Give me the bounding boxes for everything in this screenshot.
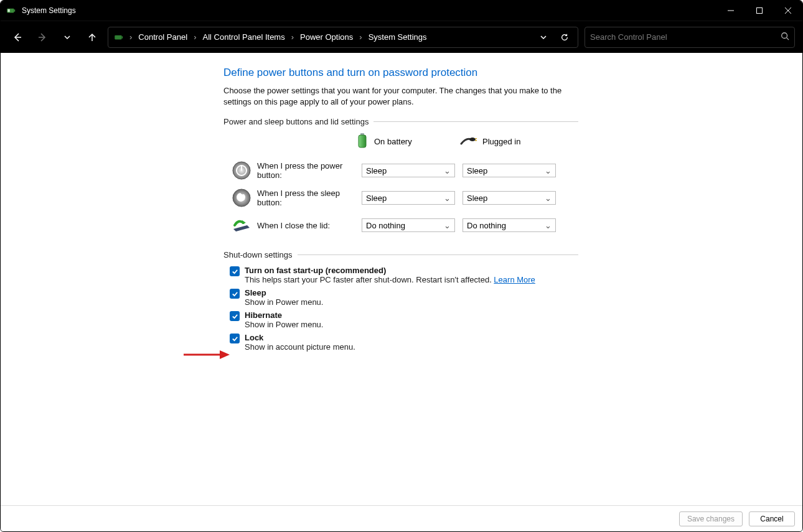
back-button[interactable] xyxy=(8,28,27,47)
checkbox-icon xyxy=(230,266,240,276)
row-label: When I close the lid: xyxy=(257,221,362,230)
svg-rect-2 xyxy=(7,9,9,12)
content-area: Define power buttons and turn on passwor… xyxy=(1,53,802,505)
chevron-right-icon[interactable]: › xyxy=(290,32,295,42)
control-panel-icon xyxy=(113,32,124,43)
battery-icon xyxy=(355,133,369,151)
checkbox-label: Turn on fast start-up (recommended) xyxy=(245,266,535,275)
section-power-buttons-label: Power and sleep buttons and lid settings xyxy=(223,117,578,126)
row-close-lid: When I close the lid: Do nothing ⌄ Do no… xyxy=(230,212,578,239)
select-lid-plugged[interactable]: Do nothing ⌄ xyxy=(463,218,556,232)
select-lid-battery[interactable]: Do nothing ⌄ xyxy=(362,218,455,232)
checkbox-fast-startup[interactable]: Turn on fast start-up (recommended) This… xyxy=(230,266,578,284)
search-input[interactable] xyxy=(590,32,781,42)
search-box[interactable] xyxy=(585,27,795,48)
breadcrumb-all-items[interactable]: All Control Panel Items xyxy=(200,31,287,43)
checkbox-description: Show in account picture menu. xyxy=(245,342,355,352)
checkbox-description: This helps start your PC faster after sh… xyxy=(245,275,494,284)
row-label: When I press the power button: xyxy=(257,161,362,180)
forward-button[interactable] xyxy=(33,28,52,47)
svg-rect-10 xyxy=(115,35,121,39)
svg-rect-1 xyxy=(14,9,16,11)
address-dropdown-button[interactable] xyxy=(534,28,553,47)
checkbox-label: Sleep xyxy=(245,288,323,297)
checkbox-description: Show in Power menu. xyxy=(245,320,323,329)
chevron-down-icon: ⌄ xyxy=(444,221,451,230)
chevron-right-icon[interactable]: › xyxy=(192,32,197,42)
checkbox-sleep[interactable]: Sleep Show in Power menu. xyxy=(230,288,578,307)
title-bar: System Settings xyxy=(1,1,802,21)
breadcrumb-system-settings[interactable]: System Settings xyxy=(366,31,430,43)
chevron-down-icon: ⌄ xyxy=(545,221,552,230)
chevron-right-icon[interactable]: › xyxy=(128,32,133,42)
row-label: When I press the sleep button: xyxy=(257,189,362,207)
section-shutdown-label: Shut-down settings xyxy=(223,250,578,259)
address-bar[interactable]: › Control Panel › All Control Panel Item… xyxy=(108,27,578,48)
power-button-icon xyxy=(230,159,253,182)
page-description: Choose the power settings that you want … xyxy=(223,85,578,107)
column-plugged-in: Plugged in xyxy=(460,135,558,148)
checkbox-hibernate[interactable]: Hibernate Show in Power menu. xyxy=(230,310,578,329)
app-icon xyxy=(6,5,17,16)
checkbox-description: Show in Power menu. xyxy=(245,297,323,307)
select-power-plugged[interactable]: Sleep ⌄ xyxy=(463,164,556,177)
select-power-battery[interactable]: Sleep ⌄ xyxy=(362,164,455,177)
svg-rect-11 xyxy=(122,36,123,38)
select-sleep-plugged[interactable]: Sleep ⌄ xyxy=(463,191,556,205)
chevron-down-icon: ⌄ xyxy=(444,194,451,203)
up-button[interactable] xyxy=(83,28,101,47)
row-sleep-button: When I press the sleep button: Sleep ⌄ S… xyxy=(230,184,578,212)
footer: Save changes Cancel xyxy=(1,505,802,531)
window-title: System Settings xyxy=(22,6,76,15)
checkbox-label: Hibernate xyxy=(245,310,323,320)
svg-rect-20 xyxy=(475,140,477,141)
checkbox-lock[interactable]: Lock Show in account picture menu. xyxy=(230,333,578,352)
learn-more-link[interactable]: Learn More xyxy=(494,275,535,284)
cancel-button[interactable]: Cancel xyxy=(749,511,795,526)
checkbox-icon xyxy=(230,334,240,343)
column-on-battery: On battery xyxy=(355,133,454,151)
row-power-button: When I press the power button: Sleep ⌄ S… xyxy=(230,157,578,184)
page-title: Define power buttons and turn on passwor… xyxy=(223,67,578,79)
select-sleep-battery[interactable]: Sleep ⌄ xyxy=(362,191,455,205)
navigation-bar: › Control Panel › All Control Panel Item… xyxy=(1,21,802,53)
svg-line-13 xyxy=(787,38,789,40)
recent-dropdown-button[interactable] xyxy=(58,28,77,47)
chevron-down-icon: ⌄ xyxy=(444,166,451,175)
search-icon[interactable] xyxy=(781,32,789,42)
save-changes-button[interactable]: Save changes xyxy=(679,511,743,526)
chevron-right-icon[interactable]: › xyxy=(358,32,363,42)
svg-point-18 xyxy=(469,138,476,141)
checkbox-icon xyxy=(230,311,240,321)
maximize-button[interactable] xyxy=(745,1,774,21)
chevron-down-icon: ⌄ xyxy=(545,166,552,175)
laptop-lid-icon xyxy=(230,213,253,237)
plug-icon xyxy=(460,135,477,148)
chevron-down-icon: ⌄ xyxy=(545,194,552,203)
svg-rect-19 xyxy=(475,138,477,139)
minimize-button[interactable] xyxy=(716,1,745,21)
breadcrumb-power-options[interactable]: Power Options xyxy=(298,31,355,43)
checkbox-label: Lock xyxy=(245,333,355,342)
svg-point-12 xyxy=(782,33,787,39)
svg-rect-17 xyxy=(359,135,366,147)
sleep-button-icon xyxy=(230,186,253,210)
breadcrumb-control-panel[interactable]: Control Panel xyxy=(136,31,190,43)
svg-rect-4 xyxy=(757,8,763,14)
close-button[interactable] xyxy=(774,1,802,21)
checkbox-icon xyxy=(230,289,240,299)
refresh-button[interactable] xyxy=(555,28,574,47)
